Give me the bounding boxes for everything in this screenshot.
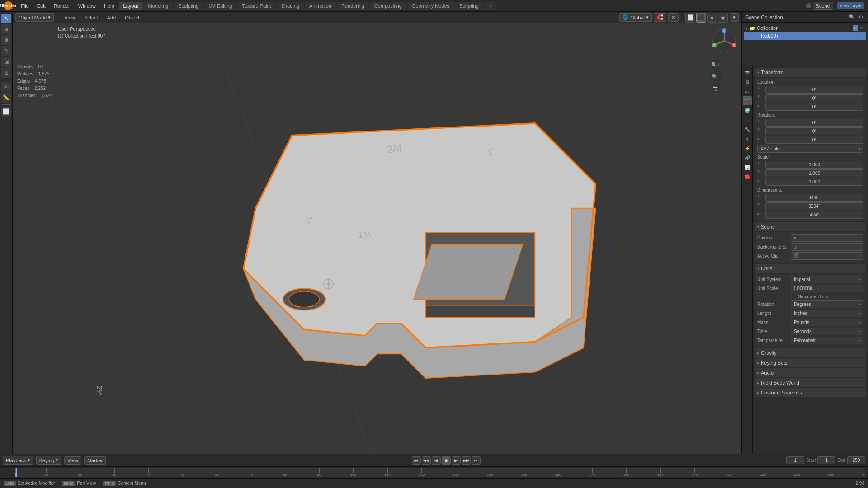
stop-btn[interactable]: ⏹ xyxy=(442,456,451,465)
mode-selector[interactable]: Object Mode ▾ xyxy=(15,13,54,22)
tool-annotate[interactable]: ✏ xyxy=(1,82,11,92)
custom-props-header[interactable]: ▸ Custom Properties xyxy=(755,388,866,397)
menu-help[interactable]: Help xyxy=(100,2,118,9)
shading-material[interactable]: ● xyxy=(707,13,717,23)
mass-dropdown[interactable]: Pounds ▾ xyxy=(791,319,863,326)
tab-scripting[interactable]: Scripting xyxy=(455,2,483,10)
units-header[interactable]: ▾ Units xyxy=(755,264,866,273)
prop-scene-icon[interactable]: 🎬 xyxy=(743,96,752,105)
viewport-add-menu[interactable]: Add xyxy=(104,14,120,21)
viewport-view-menu[interactable]: View xyxy=(61,14,79,21)
viewport-options[interactable]: ▾ xyxy=(730,13,739,22)
prop-constraints-icon[interactable]: 🔗 xyxy=(743,153,752,162)
timeline-ruler[interactable]: 1102030405060708090100110120130140150160… xyxy=(15,468,865,477)
prop-render-icon[interactable]: 📷 xyxy=(743,68,752,77)
tool-scale[interactable]: ⇲ xyxy=(1,57,11,67)
shading-render[interactable]: ◉ xyxy=(718,13,728,23)
start-frame-input[interactable]: 1 xyxy=(817,456,835,464)
prop-particles-icon[interactable]: ✦ xyxy=(743,134,752,143)
prop-modifier-icon[interactable]: 🔧 xyxy=(743,125,752,134)
scene-header[interactable]: ▾ Scene xyxy=(755,222,866,231)
tab-modeling[interactable]: Modeling xyxy=(144,2,173,10)
menu-window[interactable]: Window xyxy=(75,2,99,9)
current-frame-input[interactable]: 1 xyxy=(786,456,804,464)
gravity-header[interactable]: ▸ Gravity xyxy=(755,348,866,357)
scale-y-value[interactable]: 1.000 xyxy=(765,169,863,177)
dim-y-value[interactable]: 3294° xyxy=(765,202,863,210)
tool-cursor[interactable]: ⊕ xyxy=(1,24,11,34)
tree-text-007[interactable]: T Text.007 👁 xyxy=(744,32,866,40)
prev-keyframe-btn[interactable]: ◀◀ xyxy=(422,456,431,465)
next-keyframe-btn[interactable]: ▶▶ xyxy=(462,456,471,465)
viewport-3d[interactable]: 3/4 1" 1'½ 1" 2½ xyxy=(13,23,741,454)
unit-system-dropdown[interactable]: Imperial ▾ xyxy=(791,276,863,283)
play-backward-btn[interactable]: ◀ xyxy=(432,456,441,465)
collection-visibility[interactable]: ✓ xyxy=(853,25,858,31)
marker-menu[interactable]: Marker xyxy=(84,456,106,465)
view-menu[interactable]: View xyxy=(64,456,81,465)
dim-z-value[interactable]: 424° xyxy=(765,211,863,219)
tool-measure[interactable]: 📏 xyxy=(1,93,11,103)
loc-z-value[interactable]: 0° xyxy=(765,103,863,111)
keying-header[interactable]: ▸ Keying Sets xyxy=(755,358,866,367)
shading-wire[interactable]: ⬜ xyxy=(685,13,695,23)
snap-toggle[interactable]: 🧲 xyxy=(654,13,666,22)
tab-shading[interactable]: Shading xyxy=(277,2,304,10)
transform-orientation[interactable]: 🌐 Global ▾ xyxy=(619,13,652,22)
proportional-editing[interactable]: ⊙ xyxy=(668,13,679,22)
tool-transform[interactable]: ⊞ xyxy=(1,68,11,78)
prop-viewlayer-icon[interactable]: 🗂 xyxy=(743,87,752,96)
tool-select[interactable]: ↖ xyxy=(1,14,11,23)
rot-z-value[interactable]: 0° xyxy=(765,136,863,144)
jump-start-btn[interactable]: ⏮ xyxy=(412,456,421,465)
menu-edit[interactable]: Edit xyxy=(33,2,49,9)
tree-scene-collection[interactable]: ▾ 📁 Collection ✓ 👁 xyxy=(744,24,866,32)
rotation-mode-dropdown[interactable]: XYZ Euler ▾ xyxy=(757,145,863,153)
menu-file[interactable]: File xyxy=(17,2,33,9)
tool-add-cube[interactable]: ⬜ xyxy=(1,107,11,117)
length-dropdown[interactable]: Inches ▾ xyxy=(791,310,863,317)
prop-world-icon[interactable]: 🌍 xyxy=(743,106,752,115)
tool-rotate[interactable]: ↻ xyxy=(1,46,11,56)
tab-compositing[interactable]: Compositing xyxy=(370,2,406,10)
background-value[interactable]: ⊙ xyxy=(791,243,863,251)
viewport-object-menu[interactable]: Object xyxy=(121,14,143,21)
loc-y-value[interactable]: 0° xyxy=(765,94,863,102)
keying-menu[interactable]: Keying ▾ xyxy=(36,456,62,465)
tab-geometry-nodes[interactable]: Geometry Nodes xyxy=(407,2,454,10)
jump-end-btn[interactable]: ⏭ xyxy=(472,456,481,465)
tool-move[interactable]: ✥ xyxy=(1,35,11,45)
audio-header[interactable]: ▸ Audio xyxy=(755,368,866,377)
prop-material-icon[interactable]: 🔴 xyxy=(743,172,752,181)
shading-solid[interactable]: ⬛ xyxy=(696,13,706,23)
outliner-filter-icon[interactable]: ⚙ xyxy=(857,14,864,21)
zoom-out-btn[interactable]: 🔍- xyxy=(711,71,721,81)
rot-x-value[interactable]: 0° xyxy=(765,119,863,127)
scale-z-value[interactable]: 1.000 xyxy=(765,178,863,186)
rot-y-value[interactable]: 0° xyxy=(765,127,863,135)
tab-layout[interactable]: Layout xyxy=(119,2,143,10)
time-dropdown[interactable]: Seconds ▾ xyxy=(791,328,863,335)
scale-x-value[interactable]: 1.000 xyxy=(765,161,863,169)
separate-units-checkbox[interactable] xyxy=(791,294,796,299)
camera-view-btn[interactable]: 📷 xyxy=(711,83,721,93)
prop-physics-icon[interactable]: ⚡ xyxy=(743,144,752,153)
tab-texture-paint[interactable]: Texture Paint xyxy=(237,2,275,10)
tab-sculpting[interactable]: Sculpting xyxy=(174,2,203,10)
camera-value[interactable]: ● xyxy=(791,234,863,242)
temperature-dropdown[interactable]: Fahrenheit ▾ xyxy=(791,337,863,344)
menu-render[interactable]: Render xyxy=(50,2,74,9)
view-layer-badge[interactable]: View Layer xyxy=(837,2,864,9)
viewport-select-menu[interactable]: Select xyxy=(80,14,102,21)
outliner-search-icon[interactable]: 🔍 xyxy=(848,14,855,21)
rigid-body-header[interactable]: ▸ Rigid Body World xyxy=(755,378,866,387)
tab-animation[interactable]: Animation xyxy=(305,2,336,10)
zoom-in-btn[interactable]: 🔍+ xyxy=(711,60,721,70)
tab-uv-editing[interactable]: UV Editing xyxy=(204,2,236,10)
prop-object-icon[interactable]: ◻ xyxy=(743,115,752,124)
playback-menu[interactable]: Playback ▾ xyxy=(3,456,33,465)
dim-x-value[interactable]: 4488° xyxy=(765,194,863,202)
loc-x-value[interactable]: 0° xyxy=(765,86,863,94)
tab-add[interactable]: + xyxy=(484,2,496,10)
rotation-dropdown[interactable]: Degrees ▾ xyxy=(791,300,863,308)
